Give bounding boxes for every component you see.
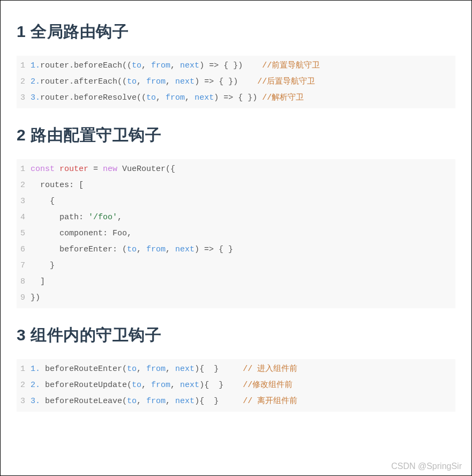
- code-line: 4 path: '/foo',: [19, 210, 453, 226]
- code-block: 11.router.beforeEach((to, from, next) =>…: [17, 56, 455, 108]
- code-line: 22. beforeRouteUpdate(to, from, next){ }…: [19, 377, 453, 393]
- line-number: 3: [19, 393, 31, 410]
- code-line: 9}): [19, 290, 453, 306]
- code-line: 2 routes: [: [19, 177, 453, 194]
- code-line: 11.router.beforeEach((to, from, next) =>…: [19, 58, 453, 74]
- code-text: 1. beforeRouteEnter(to, from, next){ } /…: [31, 361, 297, 377]
- code-text: beforeEnter: (to, from, next) => { }: [31, 242, 233, 258]
- line-number: 8: [19, 274, 31, 290]
- code-text: routes: [: [31, 177, 84, 194]
- line-number: 7: [19, 258, 31, 274]
- section-heading: 1 全局路由钩子: [17, 21, 455, 43]
- code-line: 6 beforeEnter: (to, from, next) => { }: [19, 242, 453, 258]
- line-number: 1: [19, 58, 31, 74]
- line-number: 1: [19, 361, 31, 377]
- code-line: 1const router = new VueRouter({: [19, 161, 453, 177]
- code-text: 3. beforeRouteLeave(to, from, next){ } /…: [31, 393, 297, 410]
- code-line: 8 ]: [19, 274, 453, 290]
- code-text: 2. beforeRouteUpdate(to, from, next){ } …: [31, 377, 293, 393]
- code-text: }): [31, 290, 40, 306]
- code-text: }: [31, 258, 55, 274]
- code-line: 7 }: [19, 258, 453, 274]
- line-number: 2: [19, 377, 31, 393]
- line-number: 2: [19, 177, 31, 194]
- line-number: 6: [19, 242, 31, 258]
- code-text: 3.router.beforeResolve((to, from, next) …: [31, 90, 304, 106]
- code-text: component: Foo,: [31, 226, 132, 242]
- code-line: 3 {: [19, 194, 453, 210]
- code-text: const router = new VueRouter({: [31, 161, 175, 177]
- line-number: 5: [19, 226, 31, 242]
- line-number: 1: [19, 161, 31, 177]
- code-text: path: '/foo',: [31, 210, 122, 226]
- code-line: 11. beforeRouteEnter(to, from, next){ } …: [19, 361, 453, 377]
- code-line: 5 component: Foo,: [19, 226, 453, 242]
- code-block: 1const router = new VueRouter({2 routes:…: [17, 159, 455, 308]
- section-heading: 3 组件内的守卫钩子: [17, 324, 455, 346]
- document-content: 1 全局路由钩子11.router.beforeEach((to, from, …: [17, 21, 455, 412]
- code-line: 33.router.beforeResolve((to, from, next)…: [19, 90, 453, 106]
- code-text: 2.router.afterEach((to, from, next) => {…: [31, 74, 315, 90]
- code-text: ]: [31, 274, 45, 290]
- code-text: 1.router.beforeEach((to, from, next) => …: [31, 58, 320, 74]
- line-number: 2: [19, 74, 31, 90]
- code-line: 22.router.afterEach((to, from, next) => …: [19, 74, 453, 90]
- code-block: 11. beforeRouteEnter(to, from, next){ } …: [17, 359, 455, 412]
- watermark-text: CSDN @SpringSir: [391, 462, 462, 471]
- line-number: 3: [19, 194, 31, 210]
- line-number: 9: [19, 290, 31, 306]
- line-number: 4: [19, 210, 31, 226]
- code-text: {: [31, 194, 55, 210]
- section-heading: 2 路由配置守卫钩子: [17, 124, 455, 146]
- line-number: 3: [19, 90, 31, 106]
- code-line: 33. beforeRouteLeave(to, from, next){ } …: [19, 393, 453, 410]
